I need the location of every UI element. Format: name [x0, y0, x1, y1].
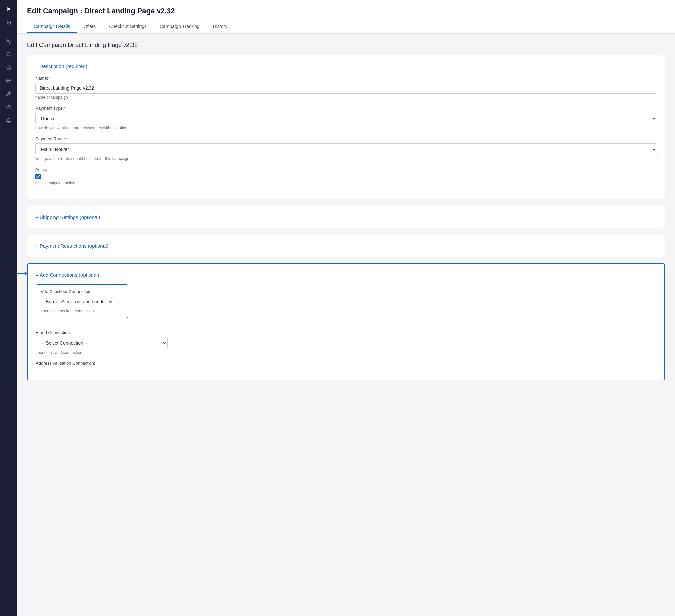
vrio-connection-hint: choose a checkout connection [41, 309, 123, 313]
sidebar-icon-chart[interactable] [3, 35, 14, 47]
sidebar-icon-gear[interactable] [3, 62, 14, 74]
name-hint: name of campaign [35, 95, 657, 100]
description-section-header[interactable]: – Description (required) [35, 63, 657, 69]
tab-offers[interactable]: Offers [77, 20, 103, 33]
address-connection-label: Address Validation Connection: [36, 361, 657, 366]
svg-rect-3 [6, 79, 11, 83]
description-toggle-icon: – Description (required) [35, 63, 87, 69]
active-label: Active: [35, 167, 657, 172]
shipping-card: + Shipping Settings (optional) [27, 206, 665, 228]
active-hint: is this campaign active [35, 180, 657, 185]
svg-point-0 [7, 53, 10, 56]
svg-point-5 [8, 106, 9, 108]
tab-checkout-settings[interactable]: Checkout Settings [102, 20, 153, 33]
active-checkbox[interactable] [35, 174, 41, 179]
form-section-title: Edit Campaign Direct Landing Page v2.32 [27, 42, 665, 49]
shipping-section-header[interactable]: + Shipping Settings (optional) [35, 214, 657, 220]
sidebar-icon-eye[interactable] [3, 101, 14, 113]
payment-type-required-star: * [64, 106, 65, 110]
sidebar-icon-bell[interactable] [3, 114, 14, 127]
tab-campaign-tracking[interactable]: Campaign Tracking [153, 20, 206, 33]
payment-type-hint: how do you want to charge customers with… [35, 126, 657, 130]
sidebar: ⚑ ⊞ ··· [0, 0, 17, 616]
svg-line-1 [10, 56, 11, 57]
payment-route-label: Payment Route:* [35, 136, 657, 141]
payment-route-required-star: * [66, 136, 68, 141]
main-content: Edit Campaign : Direct Landing Page v2.3… [17, 0, 675, 616]
name-required-star: * [48, 76, 50, 81]
page-title: Edit Campaign : Direct Landing Page v2.3… [27, 7, 665, 15]
description-card: – Description (required) Name:* name of … [27, 55, 665, 200]
name-field-group: Name:* name of campaign [35, 76, 657, 100]
fraud-connection-select[interactable]: -- Select Connection -- [36, 337, 168, 349]
sidebar-icon-wrench[interactable] [3, 88, 14, 100]
svg-point-2 [8, 67, 9, 68]
sidebar-icon-grid[interactable]: ⊞ [3, 16, 14, 28]
payment-route-field-group: Payment Route:* Main - Router what payme… [35, 136, 657, 161]
content-area: Edit Campaign Direct Landing Page v2.32 … [17, 34, 675, 395]
active-field-group: Active: is this campaign active [35, 167, 657, 185]
arrow-indicator [17, 272, 28, 275]
vrio-connection-select[interactable]: Builder Storefront and Lander v2 [41, 296, 113, 307]
name-label: Name:* [35, 76, 657, 81]
tab-history[interactable]: History [206, 20, 234, 33]
connections-section-header[interactable]: – Add Connections (optional) [36, 272, 657, 278]
sidebar-icon-flag[interactable]: ⚑ [3, 3, 14, 15]
name-input[interactable] [35, 83, 657, 94]
payment-restrictions-card: + Payment Restrictions (optional) [27, 235, 665, 257]
fraud-connection-label: Fraud Connection: [36, 330, 657, 335]
vrio-connection-group: Vrio Checkout Connection: Builder Storef… [36, 284, 128, 318]
tab-campaign-details[interactable]: Campaign Details [27, 20, 77, 33]
payment-restrictions-section-header[interactable]: + Payment Restrictions (optional) [35, 243, 657, 249]
connections-card: – Add Connections (optional) Vrio Checko… [27, 263, 665, 380]
fraud-connection-hint: choose a fraud connection [36, 350, 657, 355]
fraud-connection-group: Fraud Connection: -- Select Connection -… [36, 330, 657, 355]
payment-type-select[interactable]: Router [35, 112, 657, 125]
address-connection-group: Address Validation Connection: [36, 361, 657, 366]
sidebar-icon-search[interactable] [3, 49, 14, 60]
arrow-shaft [17, 273, 25, 274]
payment-type-label: Payment Type:* [35, 106, 657, 110]
sidebar-divider [4, 32, 13, 32]
active-checkbox-wrapper [35, 174, 657, 179]
sidebar-icon-card[interactable] [3, 75, 14, 87]
sidebar-icon-more[interactable]: ··· [3, 128, 14, 140]
vrio-connection-label: Vrio Checkout Connection: [41, 289, 123, 294]
payment-type-field-group: Payment Type:* Router how do you want to… [35, 106, 657, 130]
payment-route-select[interactable]: Main - Router [35, 143, 657, 155]
arrow-head [25, 272, 28, 275]
payment-route-hint: what payment route should be used for th… [35, 156, 657, 161]
tabs-nav: Campaign Details Offers Checkout Setting… [27, 20, 665, 33]
page-header: Edit Campaign : Direct Landing Page v2.3… [17, 0, 675, 34]
